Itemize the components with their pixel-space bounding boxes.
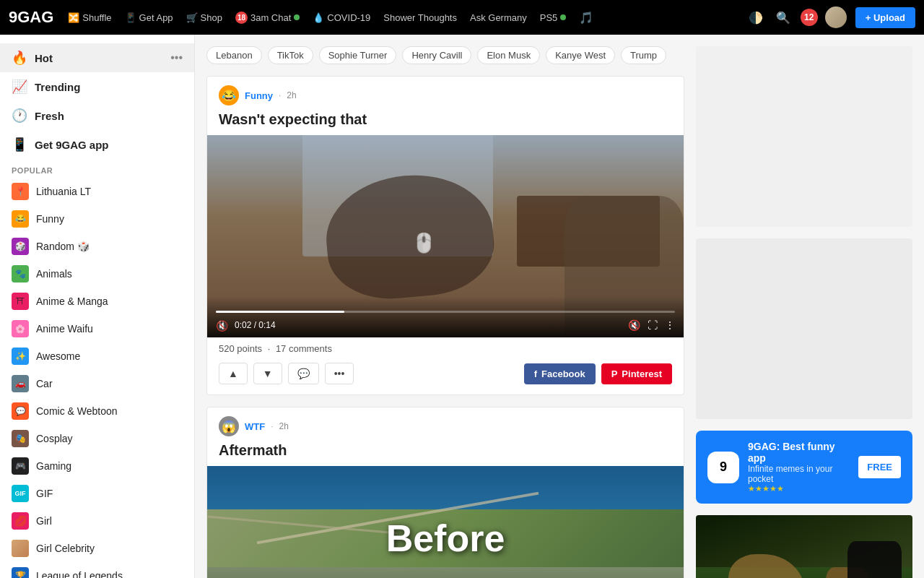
- facebook-share-button[interactable]: f Facebook: [524, 363, 596, 384]
- fullscreen-icon[interactable]: ⛶: [648, 319, 658, 331]
- post-1-video[interactable]: 🖱️ ⏸ 0:02 / 0:14 🔇: [207, 135, 684, 337]
- leopard-image[interactable]: [696, 515, 912, 578]
- main-content: Lebanon TikTok Sophie Turner Henry Cavil…: [195, 35, 924, 578]
- hot-icon: 🔥: [12, 50, 27, 66]
- post-card-2: 😱 WTF · 2h Aftermath: [206, 407, 684, 578]
- video-cursor: 🖱️: [412, 232, 435, 254]
- sidebar-item-animals[interactable]: 🐾 Animals: [0, 260, 194, 288]
- sidebar-trending-label: Trending: [35, 81, 80, 93]
- comments-count[interactable]: 17 comments: [276, 343, 332, 354]
- dark-mode-toggle[interactable]: 🌓: [743, 8, 769, 27]
- header: 9GAG 🔀 Shuffle 📱 Get App 🛒 Shop 18 3am C…: [0, 0, 924, 35]
- comment-icon: 💬: [297, 368, 310, 379]
- sidebar-item-league[interactable]: 🏆 League of Legends: [0, 562, 194, 578]
- sidebar-thumb-girl: 💋: [12, 512, 29, 530]
- sidebar-item-getapp[interactable]: 📱 Get 9GAG app: [0, 130, 194, 159]
- tag-lebanon[interactable]: Lebanon: [206, 46, 262, 64]
- sidebar-thumb-comic: 💬: [12, 402, 29, 420]
- upload-button[interactable]: + Upload: [855, 7, 915, 28]
- sidebar-thumb-animewaifu: 🌸: [12, 320, 29, 337]
- nav-ask-germany[interactable]: Ask Germany: [464, 9, 533, 26]
- nav-3am-chat[interactable]: 18 3am Chat: [230, 9, 305, 27]
- points-count: 520 points: [219, 343, 262, 354]
- sidebar-item-awesome[interactable]: ✨ Awesome: [0, 342, 194, 370]
- sidebar-item-girl[interactable]: 💋 Girl: [0, 507, 194, 535]
- more-icon[interactable]: •••: [170, 51, 183, 64]
- post-2-image[interactable]: Before: [207, 466, 684, 578]
- post-2-category[interactable]: WTF: [245, 421, 265, 432]
- sidebar-thumb-funny: 😂: [12, 210, 29, 228]
- tag-trump[interactable]: Trump: [621, 46, 666, 64]
- nav-shuffle-label: Shuffle: [82, 12, 111, 23]
- pinterest-share-button[interactable]: P Pinterest: [601, 363, 672, 384]
- sidebar-item-animewaifu[interactable]: 🌸 Anime Waifu: [0, 315, 194, 342]
- sidebar-item-random[interactable]: 🎲 Random 🎲: [0, 233, 194, 260]
- sidebar-item-fresh[interactable]: 🕐 Fresh: [0, 101, 194, 130]
- post-1-title[interactable]: Wasn't expecting that: [207, 111, 684, 135]
- sidebar-item-comic[interactable]: 💬 Comic & Webtoon: [0, 397, 194, 425]
- nav-getapp-label: Get App: [139, 12, 173, 23]
- sidebar-item-lithuania[interactable]: 📍 Lithuania LT: [0, 178, 194, 205]
- tag-tiktok[interactable]: TikTok: [268, 46, 313, 64]
- nav-shuffle[interactable]: 🔀 Shuffle: [62, 9, 117, 26]
- ps5-dot: [560, 14, 566, 20]
- sidebar-label-awesome: Awesome: [36, 350, 80, 362]
- nav-shop-label: Shop: [201, 12, 222, 23]
- downvote-button[interactable]: ▼: [253, 363, 282, 384]
- comment-button[interactable]: 💬: [288, 363, 319, 384]
- app-promo-subtitle: Infinite memes in your pocket: [748, 464, 850, 484]
- logo[interactable]: 9GAG: [9, 8, 53, 27]
- chat-badge: 18: [235, 12, 248, 24]
- sidebar-thumb-car: 🚗: [12, 375, 29, 392]
- nav-covid[interactable]: 💧 COVID-19: [307, 9, 376, 26]
- sidebar-item-gif[interactable]: GIF GIF: [0, 480, 194, 507]
- nav-music[interactable]: 🎵: [573, 8, 599, 27]
- notification-count: 12: [804, 12, 814, 22]
- app-promo-stars: ★★★★★: [748, 484, 850, 493]
- search-button[interactable]: 🔍: [770, 8, 796, 27]
- more-options-button[interactable]: •••: [325, 363, 354, 384]
- tag-elon-musk[interactable]: Elon Musk: [477, 46, 540, 64]
- video-controls: ⏸ 0:02 / 0:14 🔇 ⛶ ⋮: [207, 296, 684, 337]
- nav-shower-thoughts[interactable]: Shower Thoughts: [378, 9, 463, 26]
- notification-badge[interactable]: 12: [801, 9, 818, 26]
- post-1-category-thumb: 😂: [219, 85, 239, 105]
- sidebar-label-gaming: Gaming: [36, 460, 71, 472]
- sidebar-item-funny[interactable]: 😂 Funny: [0, 205, 194, 233]
- volume-icon[interactable]: 🔇: [628, 319, 640, 331]
- sidebar-thumb-gif: GIF: [12, 485, 29, 502]
- covid-icon: 💧: [313, 12, 324, 23]
- app-promo-free-button[interactable]: FREE: [858, 456, 901, 478]
- user-avatar[interactable]: [825, 7, 847, 28]
- video-mute-overlay[interactable]: 🔇: [216, 320, 228, 332]
- tag-henry-cavill[interactable]: Henry Cavill: [402, 46, 471, 64]
- sidebar-item-car[interactable]: 🚗 Car: [0, 370, 194, 397]
- chat-dot: [294, 14, 300, 20]
- sidebar-thumb-random: 🎲: [12, 238, 29, 255]
- right-panel: 9 9GAG: Best funny app Infinite memes in…: [696, 46, 912, 578]
- nav-shop[interactable]: 🛒 Shop: [180, 9, 228, 26]
- sidebar-item-cosplay[interactable]: 🎭 Cosplay: [0, 425, 194, 452]
- more-options-icon[interactable]: ⋮: [665, 319, 675, 331]
- nav-ps5[interactable]: PS5: [534, 9, 572, 26]
- tag-sophie-turner[interactable]: Sophie Turner: [319, 46, 397, 64]
- sidebar-item-trending[interactable]: 📈 Trending: [0, 72, 194, 101]
- post-2-title[interactable]: Aftermath: [207, 442, 684, 466]
- post-1-meta: 😂 Funny · 2h: [207, 77, 684, 111]
- post-1-category[interactable]: Funny: [245, 90, 273, 101]
- video-progress-bar[interactable]: [216, 311, 675, 313]
- app-promo-card[interactable]: 9 9GAG: Best funny app Infinite memes in…: [696, 431, 912, 504]
- upvote-button[interactable]: ▲: [219, 363, 248, 384]
- nav-getapp[interactable]: 📱 Get App: [119, 9, 179, 26]
- post-1-actions: ▲ ▼ 💬 ••• f Facebook: [207, 357, 684, 394]
- points-separator: ·: [268, 343, 271, 354]
- sidebar-item-anime[interactable]: ⛩ Anime & Manga: [0, 288, 194, 315]
- facebook-icon: f: [534, 368, 537, 379]
- sidebar-item-girl-celebrity[interactable]: Girl Celebrity: [0, 535, 194, 562]
- sidebar: 🔥 Hot ••• 📈 Trending 🕐 Fresh 📱 Get 9GAG …: [0, 35, 195, 578]
- sidebar-item-hot[interactable]: 🔥 Hot •••: [0, 43, 194, 72]
- sidebar-thumb-girl-celebrity: [12, 540, 29, 557]
- tag-kanye-west[interactable]: Kanye West: [546, 46, 615, 64]
- sidebar-item-gaming[interactable]: 🎮 Gaming: [0, 452, 194, 480]
- video-progress-fill: [216, 311, 344, 313]
